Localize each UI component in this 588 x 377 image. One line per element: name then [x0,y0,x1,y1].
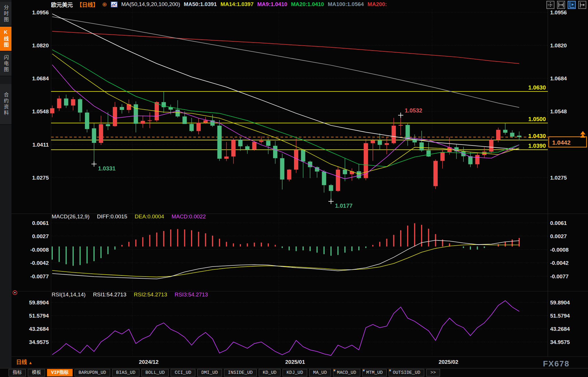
tab-more[interactable]: >> [426,369,440,376]
tab-kd-ud[interactable]: KD_UD [259,369,281,376]
tab-label: KD_UD [263,370,277,375]
tab-new-marker-icon [363,370,365,371]
tab-label: BIAS_UD [116,370,135,375]
tab-label: DMI_UD [201,370,218,375]
svg-text:-0.0008: -0.0008 [550,247,568,253]
svg-text:0.0061: 0.0061 [550,220,567,226]
tab-kdj-ud[interactable]: KDJ_UD [283,369,307,376]
svg-text:-0.0077: -0.0077 [550,273,568,279]
svg-text:-0.0008: -0.0008 [30,247,49,253]
macd-pane-header: MACD(26,12,9) DIFF:0.0015 DEA:0.0004 MAC… [52,213,206,220]
pan-crosshair-icon[interactable] [546,1,554,9]
ma14-value: MA14:1.0397 [221,1,254,7]
svg-text:1.0275: 1.0275 [32,175,49,181]
svg-text:34.9575: 34.9575 [29,339,49,345]
tab-label: MA_UD [313,370,327,375]
svg-text:1.0532: 1.0532 [405,107,422,114]
tab-macd-ud[interactable]: MACD_UD [333,369,360,376]
svg-text:1.0548: 1.0548 [32,108,49,114]
tab-indicators[interactable]: 指标 [9,369,26,376]
circled-plus-icon[interactable]: ⊕ [102,1,107,7]
svg-text:-0.0042: -0.0042 [30,260,49,266]
tab-new-marker-icon [389,370,391,371]
svg-text:0.0061: 0.0061 [32,220,49,226]
svg-text:1.0630: 1.0630 [528,84,546,91]
chart-header: 欧元美元 【日线】 ⊕ MA(50,14,9,20,100,200) MA50:… [11,0,588,9]
svg-text:59.8904: 59.8904 [29,300,49,306]
tab-ma-ud[interactable]: MA_UD [309,369,331,376]
locate-icon[interactable] [13,290,17,295]
svg-text:0.0027: 0.0027 [32,233,49,239]
rsi1-value: RSI1:54.2713 [93,292,126,298]
rsi-settings-label: RSI(14,14,14) [52,292,85,298]
indicator-tab-bar: 指标 模板 VIP指标 BARUPDN_UD BIAS_UD BOLL_UD C… [0,368,588,377]
trading-app-window: 分时图 K线图 闪电图 合约资料 欧元美元 【日线】 ⊕ MA(50,14,9,… [0,0,588,377]
ma100-value: MA100:1.0564 [328,1,364,7]
period-tag: 【日线】 [77,1,98,8]
tab-label: VIP指标 [51,370,69,375]
svg-text:2024/12: 2024/12 [139,359,159,365]
svg-text:1.0684: 1.0684 [32,75,49,81]
macd-dea-value: DEA:0.0004 [135,213,164,220]
svg-text:2025/01: 2025/01 [285,359,305,365]
tab-dmi-ud[interactable]: DMI_UD [197,369,222,376]
macd-macd-value: MACD:0.0022 [172,213,206,220]
y-axis-scale-icon-active[interactable] [568,1,576,9]
svg-text:59.8904: 59.8904 [550,300,570,306]
svg-text:51.5794: 51.5794 [550,313,570,319]
timeframe-selector[interactable]: 日线 ▲ [16,358,32,366]
shift-right-icon[interactable] [578,1,586,9]
svg-text:1.0390: 1.0390 [528,143,546,149]
ma9-value: MA9:1.0410 [257,1,287,7]
tab-templates[interactable]: 模板 [28,369,45,376]
svg-text:51.5794: 51.5794 [29,313,49,319]
tab-vip-indicators[interactable]: VIP指标 [47,369,73,376]
sidebar-item-label: 合约资料 [2,92,9,116]
tab-label: KDJ_UD [287,370,303,375]
svg-text:1.0820: 1.0820 [32,42,49,48]
svg-text:1.0430: 1.0430 [528,133,546,139]
tab-label: MTM_UD [366,370,383,375]
tab-barupdn-ud[interactable]: BARUPDN_UD [75,369,110,376]
chart-canvas[interactable]: 1.09561.09561.08201.08201.06841.06841.05… [11,0,588,368]
sidebar-item-contract-info[interactable]: 合约资料 [0,84,11,125]
tab-inside-ud[interactable]: INSIDE_UD [224,369,257,376]
svg-text:43.2684: 43.2684 [550,326,570,332]
x-axis-range-icon[interactable] [557,1,565,9]
tab-label: BARUPDN_UD [79,370,106,375]
svg-text:1.0548: 1.0548 [550,108,567,114]
tab-outside-ud[interactable]: OUTSIDE_UD [389,369,424,376]
svg-text:1.0956: 1.0956 [550,9,567,15]
brand-watermark: FX678 [543,359,570,368]
macd-settings-label: MACD(26,12,9) [52,213,89,220]
svg-text:1.0820: 1.0820 [550,42,567,48]
tab-label: BOLL_UD [145,370,165,375]
sidebar-item-label: 闪电图 [2,55,9,73]
tab-label: >> [430,370,436,375]
chart-type-icon[interactable] [111,1,118,7]
rsi3-value: RSI3:54.2713 [175,292,208,298]
tab-boll-ud[interactable]: BOLL_UD [141,369,169,376]
tab-bias-ud[interactable]: BIAS_UD [112,369,139,376]
svg-text:-0.0077: -0.0077 [30,273,49,279]
svg-text:34.9575: 34.9575 [550,339,570,345]
sidebar-item-lightning-chart[interactable]: 闪电图 [0,52,11,76]
symbol-title: 欧元美元 [51,1,73,8]
ma50-value: MA50:1.0391 [184,1,217,7]
svg-text:2025/02: 2025/02 [439,359,458,365]
triangle-up-icon: ▲ [28,360,32,365]
svg-text:1.0684: 1.0684 [550,75,567,81]
tab-new-marker-icon [334,370,335,371]
tab-mtm-ud[interactable]: MTM_UD [362,369,387,376]
rsi2-value: RSI2:54.2713 [134,292,167,298]
rsi-pane-header: RSI(14,14,14) RSI1:54.2713 RSI2:54.2713 … [52,292,208,298]
sidebar-item-kline-chart[interactable]: K线图 [0,27,11,51]
svg-text:1.0442: 1.0442 [552,139,571,146]
svg-text:-0.0042: -0.0042 [550,260,568,266]
ma20-value: MA20:1.0410 [291,1,324,7]
tab-cci-ud[interactable]: CCI_UD [171,369,195,376]
sidebar-item-time-chart[interactable]: 分时图 [0,2,11,26]
timeframe-label: 日线 [16,359,27,365]
tab-label: 模板 [32,370,41,375]
ma200-value: MA200: [367,1,387,7]
